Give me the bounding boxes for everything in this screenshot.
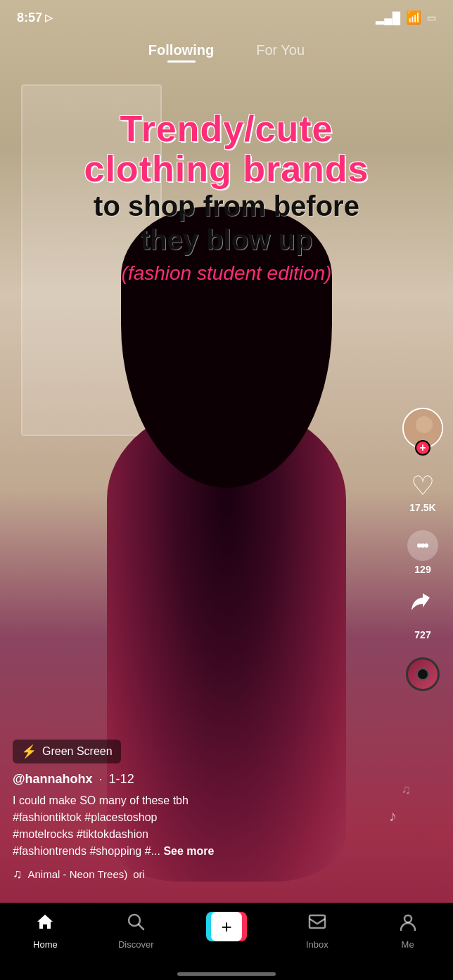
status-bar: 8:57 ▷ ▂▄█ 📶 ▭ xyxy=(0,0,453,35)
overlay-title-line2: clothing brands xyxy=(28,149,425,189)
plus-symbol: + xyxy=(221,916,231,938)
creator-avatar-container[interactable]: + xyxy=(402,408,443,449)
signal-bars-icon: ▂▄█ xyxy=(376,11,400,25)
heart-icon: ♡ xyxy=(411,472,435,499)
overlay-text-shop-before: to shop from before xyxy=(94,191,359,221)
status-icons: ▂▄█ 📶 ▭ xyxy=(376,10,436,25)
action-buttons-panel: + ♡ 17.5K 129 727 xyxy=(402,408,443,691)
discover-icon xyxy=(126,912,146,936)
like-count: 17.5K xyxy=(409,502,435,513)
overlay-text-fashion-student: (fashion student edition) xyxy=(122,262,332,284)
music-disc[interactable] xyxy=(406,657,440,691)
nav-me-label: Me xyxy=(402,939,414,950)
caption-main-text: I could make SO many of these tbh #fashi… xyxy=(13,794,189,857)
follow-plus-badge: + xyxy=(415,440,430,456)
overlay-subtitle-line1: to shop from before xyxy=(28,189,425,223)
share-arrow-icon xyxy=(409,592,437,620)
overlay-title-line1: Trendy/cute xyxy=(28,109,425,149)
effect-badge-label: Green Screen xyxy=(42,745,113,758)
music-note-icon: ♫ xyxy=(13,867,23,882)
bottom-navigation: Home Discover + Inbox xyxy=(0,903,453,980)
svg-point-1 xyxy=(416,416,433,433)
nav-home-label: Home xyxy=(33,939,58,950)
nav-create[interactable]: + xyxy=(198,912,255,941)
nav-discover[interactable]: Discover xyxy=(108,912,164,950)
comment-count: 129 xyxy=(414,564,430,575)
plus-btn-white-center: + xyxy=(211,912,242,941)
navigation-tabs: Following For You xyxy=(0,35,453,70)
profile-svg-icon xyxy=(398,912,418,931)
username-separator: · xyxy=(99,772,103,786)
tab-following[interactable]: Following xyxy=(148,42,214,63)
overlay-text-trendy-cute: Trendy/cute xyxy=(120,108,333,149)
tab-for-you[interactable]: For You xyxy=(256,42,305,63)
like-button[interactable]: ♡ 17.5K xyxy=(409,472,435,513)
nav-discover-label: Discover xyxy=(118,939,154,950)
badge-emoji-text: ⚡ xyxy=(21,744,37,759)
create-button[interactable]: + xyxy=(206,912,247,941)
inbox-icon xyxy=(307,912,327,936)
wifi-icon: 📶 xyxy=(406,10,421,25)
profile-icon xyxy=(398,912,418,936)
nav-inbox[interactable]: Inbox xyxy=(289,912,345,950)
overlay-text-clothing-brands: clothing brands xyxy=(84,148,369,189)
home-indicator xyxy=(177,972,276,976)
video-caption: I could make SO many of these tbh #fashi… xyxy=(13,792,384,860)
tab-following-label: Following xyxy=(148,42,214,58)
battery-icon: ▭ xyxy=(427,12,436,23)
nav-me[interactable]: Me xyxy=(380,912,436,950)
share-icon xyxy=(409,592,437,626)
inbox-svg-icon xyxy=(307,912,327,931)
comment-button[interactable]: 129 xyxy=(407,530,438,575)
share-count: 727 xyxy=(414,629,430,640)
comment-icon xyxy=(407,530,438,561)
svg-rect-8 xyxy=(310,915,325,928)
effect-badge-emoji: ⚡ xyxy=(21,744,37,759)
video-info-panel: ⚡ Green Screen @hannahohx · 1-12 I could… xyxy=(0,740,397,882)
search-svg-icon xyxy=(126,912,146,931)
floating-music-note-2: ♫ xyxy=(402,782,411,797)
video-date: 1-12 xyxy=(109,772,134,786)
effect-badge[interactable]: ⚡ Green Screen xyxy=(13,740,121,763)
location-icon: ▷ xyxy=(45,12,53,23)
overlay-text-blow-up: they blow up xyxy=(141,224,312,255)
username-line: @hannahohx · 1-12 xyxy=(13,772,384,787)
tab-for-you-label: For You xyxy=(256,42,305,58)
status-time: 8:57 ▷ xyxy=(17,11,53,25)
video-text-overlay: Trendy/cute clothing brands to shop from… xyxy=(0,109,453,285)
music-origin: ori xyxy=(133,868,145,880)
home-svg-icon xyxy=(35,912,55,931)
music-info-bar[interactable]: ♫ Animal - Neon Trees) ori xyxy=(13,867,384,882)
username[interactable]: @hannahohx xyxy=(13,772,93,786)
share-button[interactable]: 727 xyxy=(409,592,437,640)
overlay-subtitle-line3: (fashion student edition) xyxy=(28,262,425,285)
home-icon xyxy=(35,912,55,936)
nav-home[interactable]: Home xyxy=(17,912,73,950)
svg-point-9 xyxy=(404,915,411,922)
see-more-button[interactable]: See more xyxy=(163,845,214,857)
comment-bubble-icon xyxy=(414,536,432,555)
overlay-subtitle-line2: they blow up xyxy=(28,223,425,257)
time-display: 8:57 xyxy=(17,11,42,25)
nav-inbox-label: Inbox xyxy=(306,939,328,950)
svg-point-5 xyxy=(424,543,428,548)
svg-line-7 xyxy=(139,924,143,929)
music-title: Animal - Neon Trees) xyxy=(28,868,128,880)
